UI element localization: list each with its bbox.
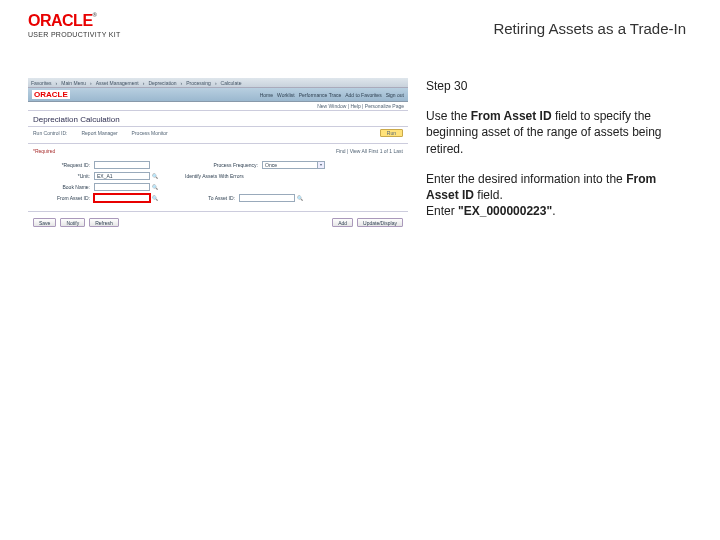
process-monitor-link: Process Monitor [132, 130, 168, 136]
book-name-field[interactable] [94, 183, 150, 191]
section-title: Depreciation Calculation [28, 111, 408, 127]
process-frequency-label: Process Frequency: [188, 162, 262, 168]
oracle-wordmark: ORACLE® [28, 12, 178, 30]
process-frequency-field[interactable]: Once [262, 161, 318, 169]
identify-errors-label: Identify Assets With Errors [185, 173, 295, 179]
unit-label: *Unit: [38, 173, 94, 179]
required-label: *Required [33, 148, 55, 154]
add-button[interactable]: Add [332, 218, 353, 227]
brand-logo: ORACLE® USER PRODUCTIVITY KIT [28, 12, 178, 38]
run-control-label: Run Control ID: [33, 130, 67, 136]
unit-field[interactable]: EX_A1 [94, 172, 150, 180]
notify-button[interactable]: Notify [60, 218, 85, 227]
request-id-label: *Request ID: [38, 162, 94, 168]
update-display-button[interactable]: Update/Display [357, 218, 403, 227]
instruction-paragraph-1: Use the From Asset ID field to specify t… [426, 108, 676, 157]
run-button[interactable]: Run [380, 129, 403, 137]
app-screenshot: Favorites› Main Menu› Asset Management› … [28, 78, 408, 238]
lookup-icon[interactable]: 🔍 [152, 173, 159, 179]
grid-nav: Find | View All First 1 of 1 Last [336, 148, 403, 154]
report-manager-link: Report Manager [81, 130, 117, 136]
instruction-paragraph-2: Enter the desired information into the F… [426, 171, 676, 220]
page-title: Retiring Assets as a Trade-In [178, 12, 692, 37]
top-nav: HomeWorklistPerformance TraceAdd to Favo… [260, 92, 404, 98]
from-asset-id-field[interactable] [94, 194, 150, 202]
refresh-button[interactable]: Refresh [89, 218, 119, 227]
lookup-icon[interactable]: 🔍 [297, 195, 304, 201]
from-asset-id-label: From Asset ID: [38, 195, 94, 201]
save-button[interactable]: Save [33, 218, 56, 227]
to-asset-id-label: To Asset ID: [185, 195, 239, 201]
book-name-label: Book Name: [38, 184, 94, 190]
to-asset-id-field[interactable] [239, 194, 295, 202]
lookup-icon[interactable]: 🔍 [152, 195, 159, 201]
oracle-logo-small: ORACLE [32, 90, 70, 99]
step-number: Step 30 [426, 78, 676, 94]
breadcrumb: Favorites› Main Menu› Asset Management› … [28, 78, 408, 88]
instructions-panel: Step 30 Use the From Asset ID field to s… [426, 78, 676, 238]
lookup-icon[interactable]: 🔍 [152, 184, 159, 190]
product-name: USER PRODUCTIVITY KIT [28, 31, 178, 38]
chevron-down-icon[interactable]: ▾ [317, 161, 325, 169]
window-tools: New Window | Help | Personalize Page [28, 102, 408, 111]
request-id-field[interactable] [94, 161, 150, 169]
